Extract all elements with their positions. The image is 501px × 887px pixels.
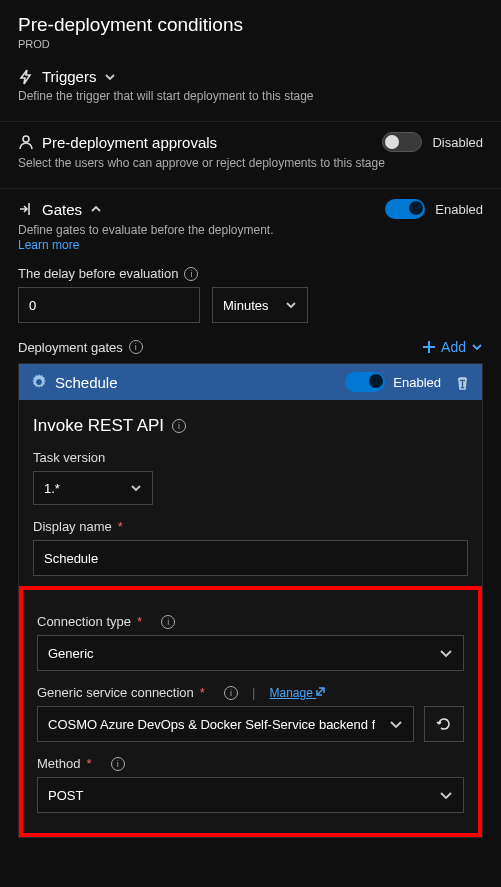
gates-desc: Define gates to evaluate before the depl… <box>18 223 483 237</box>
delay-input[interactable] <box>18 287 200 323</box>
gates-toggle[interactable] <box>385 199 425 219</box>
required-marker: * <box>118 519 123 534</box>
approvals-title: Pre-deployment approvals <box>42 134 217 151</box>
info-icon[interactable]: i <box>161 615 175 629</box>
gear-icon <box>31 374 47 390</box>
triggers-title: Triggers <box>42 68 96 85</box>
delay-label: The delay before evaluation <box>18 266 178 281</box>
approvals-desc: Select the users who can approve or reje… <box>18 156 483 170</box>
triggers-desc: Define the trigger that will start deplo… <box>18 89 483 103</box>
page-title: Pre-deployment conditions <box>18 14 483 36</box>
gsc-value: COSMO Azure DevOps & Docker Self-Service… <box>48 717 375 732</box>
info-icon[interactable]: i <box>184 267 198 281</box>
gates-header[interactable]: Gates <box>18 201 102 218</box>
plus-icon <box>422 340 436 354</box>
delay-unit-select[interactable]: Minutes <box>212 287 308 323</box>
approvals-header[interactable]: Pre-deployment approvals <box>18 134 217 151</box>
gates-icon <box>18 201 34 217</box>
api-title: Invoke REST API <box>33 416 164 436</box>
manage-link[interactable]: Manage <box>270 685 328 700</box>
learn-more-link[interactable]: Learn more <box>18 238 79 252</box>
gate-header-row[interactable]: Schedule Enabled <box>19 364 482 400</box>
connection-type-select[interactable]: Generic <box>37 635 464 671</box>
chevron-down-icon <box>389 717 403 731</box>
chevron-down-icon <box>439 646 453 660</box>
delete-icon[interactable] <box>455 375 470 390</box>
add-label: Add <box>441 339 466 355</box>
lightning-icon <box>18 69 34 85</box>
display-name-label: Display name <box>33 519 112 534</box>
chevron-down-icon <box>130 482 142 494</box>
gates-title: Gates <box>42 201 82 218</box>
task-version-value: 1.* <box>44 481 60 496</box>
connection-type-label: Connection type <box>37 614 131 629</box>
delay-unit-value: Minutes <box>223 298 269 313</box>
triggers-header[interactable]: Triggers <box>18 68 483 85</box>
info-icon[interactable]: i <box>224 686 238 700</box>
highlighted-region: Connection type * i Generic Generic serv… <box>19 586 482 837</box>
gsc-label: Generic service connection <box>37 685 194 700</box>
gsc-select[interactable]: COSMO Azure DevOps & Docker Self-Service… <box>37 706 414 742</box>
chevron-down-icon <box>439 788 453 802</box>
deployment-gates-label: Deployment gates <box>18 340 123 355</box>
refresh-button[interactable] <box>424 706 464 742</box>
info-icon[interactable]: i <box>129 340 143 354</box>
connection-type-value: Generic <box>48 646 94 661</box>
gate-enabled-toggle[interactable] <box>345 372 385 392</box>
gates-state: Enabled <box>435 202 483 217</box>
approvals-state: Disabled <box>432 135 483 150</box>
info-icon[interactable]: i <box>111 757 125 771</box>
external-link-icon <box>316 685 327 696</box>
gate-state: Enabled <box>393 375 441 390</box>
method-label: Method <box>37 756 80 771</box>
separator: | <box>252 685 255 700</box>
required-marker: * <box>86 756 91 771</box>
svg-point-0 <box>23 136 29 142</box>
approvals-toggle[interactable] <box>382 132 422 152</box>
refresh-icon <box>436 716 452 732</box>
chevron-down-icon <box>285 299 297 311</box>
required-marker: * <box>200 685 205 700</box>
chevron-up-icon <box>90 203 102 215</box>
person-icon <box>18 134 34 150</box>
task-version-label: Task version <box>33 450 105 465</box>
method-select[interactable]: POST <box>37 777 464 813</box>
gate-name: Schedule <box>55 374 118 391</box>
required-marker: * <box>137 614 142 629</box>
task-version-select[interactable]: 1.* <box>33 471 153 505</box>
chevron-down-icon <box>104 71 116 83</box>
display-name-input[interactable] <box>33 540 468 576</box>
environment-name: PROD <box>18 38 483 50</box>
chevron-down-icon <box>471 341 483 353</box>
info-icon[interactable]: i <box>172 419 186 433</box>
method-value: POST <box>48 788 83 803</box>
add-gate-button[interactable]: Add <box>422 339 483 355</box>
